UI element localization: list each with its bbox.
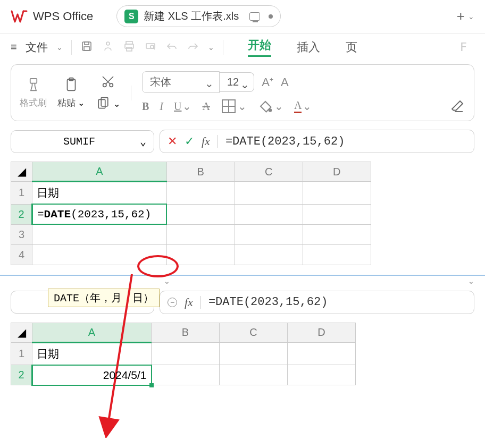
divider	[223, 40, 223, 55]
cell-a1[interactable]: 日期	[32, 182, 167, 205]
cell-d4[interactable]	[303, 244, 371, 265]
wps-icon	[11, 8, 28, 25]
file-menu[interactable]: 文件	[26, 40, 48, 55]
device-icon[interactable]	[249, 12, 260, 21]
column-header-c[interactable]: C	[235, 162, 303, 182]
row-header-2[interactable]: 2	[11, 365, 32, 385]
border-button[interactable]: ⌄	[221, 98, 247, 114]
cell-c4[interactable]	[235, 244, 303, 265]
collapse-formula-icon[interactable]: −	[168, 298, 177, 307]
undo-icon[interactable]	[165, 40, 178, 55]
cell-b1[interactable]	[166, 182, 235, 205]
document-tab[interactable]: S 新建 XLS 工作表.xls	[116, 5, 281, 27]
tab-start[interactable]: 开始	[248, 37, 271, 57]
column-header-d[interactable]: D	[303, 162, 371, 182]
font-color-button[interactable]: A⌄	[294, 99, 312, 113]
fx-icon[interactable]: fx	[185, 295, 193, 309]
increase-font-button[interactable]: A+	[262, 75, 273, 89]
paste-button[interactable]: 粘贴⌄	[57, 77, 85, 109]
cell-c3[interactable]	[235, 224, 303, 244]
column-header-b[interactable]: B	[152, 323, 220, 342]
row-header-2[interactable]: 2	[11, 204, 32, 224]
chevron-down-icon[interactable]: ⌄	[113, 99, 120, 109]
eraser-button[interactable]	[449, 98, 465, 114]
eraser-icon	[449, 98, 465, 114]
spreadsheet-grid[interactable]: ◢ A B C D 1 日期 2 =DATE(2023,15,62) 3 4	[11, 162, 371, 265]
select-all-corner[interactable]: ◢	[11, 323, 32, 342]
bold-button[interactable]: B	[142, 100, 149, 113]
format-brush-button[interactable]: 格式刷	[20, 77, 47, 109]
italic-button[interactable]: I	[160, 100, 163, 113]
cell-a2-selected[interactable]: 2024/5/1	[32, 365, 152, 385]
column-header-a[interactable]: A	[32, 323, 152, 342]
cut-copy-group: ⌄	[95, 74, 120, 112]
function-tooltip: DATE（年，月，日）	[48, 289, 160, 307]
print-preview-icon[interactable]	[144, 40, 157, 55]
column-header-c[interactable]: C	[220, 323, 288, 342]
spreadsheet-grid-2[interactable]: ◢ A B C D 1 日期 2 2024/5/1	[11, 323, 356, 386]
chevron-down-icon[interactable]: ⌄	[468, 12, 474, 21]
name-box[interactable]: SUMIF ⌄	[11, 130, 154, 153]
cell-a3[interactable]	[32, 224, 167, 244]
accept-icon[interactable]: ✓	[185, 134, 194, 148]
select-all-corner[interactable]: ◢	[11, 162, 32, 182]
collapse-icon[interactable]: ⌄	[11, 277, 468, 285]
tab-page[interactable]: 页	[346, 39, 357, 55]
cell-b4[interactable]	[166, 244, 235, 265]
cell-b1[interactable]	[152, 342, 220, 365]
svg-rect-14	[98, 99, 105, 108]
chevron-down-icon[interactable]: ⌄	[56, 43, 63, 52]
cell-c2[interactable]	[220, 365, 288, 385]
formula-text[interactable]: =DATE(2023,15,62)	[225, 135, 345, 148]
cell-b2[interactable]	[166, 204, 235, 224]
cell-a2-editing[interactable]: =DATE(2023,15,62)	[32, 204, 167, 224]
cell-b3[interactable]	[166, 224, 235, 244]
formula-input-area[interactable]: ✕ ✓ fx =DATE(2023,15,62)	[160, 130, 474, 153]
svg-point-13	[110, 83, 113, 87]
cell-c1[interactable]	[235, 182, 303, 205]
print-icon[interactable]	[123, 40, 136, 55]
cell-b2[interactable]	[152, 365, 220, 385]
cell-d1[interactable]	[303, 182, 371, 205]
menu-bar: ≡ 文件 ⌄ ⌄ 开始 插入 页 F	[0, 33, 485, 60]
row-header-3[interactable]: 3	[11, 224, 32, 244]
column-header-d[interactable]: D	[288, 323, 356, 342]
cell-a1[interactable]: 日期	[32, 342, 152, 365]
chevron-down-icon[interactable]: ⌄	[140, 135, 146, 148]
underline-button[interactable]: U⌄	[174, 100, 191, 113]
collapse-icon[interactable]: ⌄	[468, 277, 474, 285]
cut-button[interactable]	[100, 74, 116, 92]
cell-a4[interactable]	[32, 244, 167, 265]
column-header-b[interactable]: B	[166, 162, 235, 182]
column-header-a[interactable]: A	[32, 162, 167, 182]
font-size-select[interactable]: 12⌄	[220, 72, 254, 92]
chevron-down-icon[interactable]: ⌄	[78, 98, 85, 108]
fx-icon[interactable]: fx	[202, 134, 210, 148]
cell-c2[interactable]	[235, 204, 303, 224]
strikethrough-button[interactable]: A	[202, 100, 210, 113]
cell-d2[interactable]	[288, 365, 356, 385]
save-icon[interactable]	[80, 40, 93, 55]
cell-d3[interactable]	[303, 224, 371, 244]
formula-input-area-2[interactable]: − fx =DATE(2023,15,62)	[160, 291, 474, 314]
hamburger-icon[interactable]: ≡	[11, 41, 17, 53]
cell-d2[interactable]	[303, 204, 371, 224]
formula-text-2[interactable]: =DATE(2023,15,62)	[208, 295, 328, 309]
row-header-4[interactable]: 4	[11, 244, 32, 265]
new-tab-button[interactable]: + ⌄	[457, 8, 474, 24]
cancel-icon[interactable]: ✕	[168, 134, 177, 148]
cell-d1[interactable]	[288, 342, 356, 365]
share-icon[interactable]	[102, 40, 114, 55]
row-header-1[interactable]: 1	[11, 182, 32, 205]
fill-color-button[interactable]: ⌄	[257, 98, 283, 114]
tab-insert[interactable]: 插入	[297, 39, 320, 55]
copy-button[interactable]: ⌄	[95, 96, 120, 112]
svg-rect-9	[30, 79, 37, 83]
row-header-1[interactable]: 1	[11, 342, 32, 365]
chevron-down-icon[interactable]: ⌄	[208, 43, 214, 52]
chevron-down-icon: ⌄	[274, 100, 283, 113]
redo-icon[interactable]	[187, 40, 199, 55]
decrease-font-button[interactable]: A	[281, 75, 289, 89]
font-name-select[interactable]: 宋体⌄	[142, 71, 220, 93]
cell-c1[interactable]	[220, 342, 288, 365]
